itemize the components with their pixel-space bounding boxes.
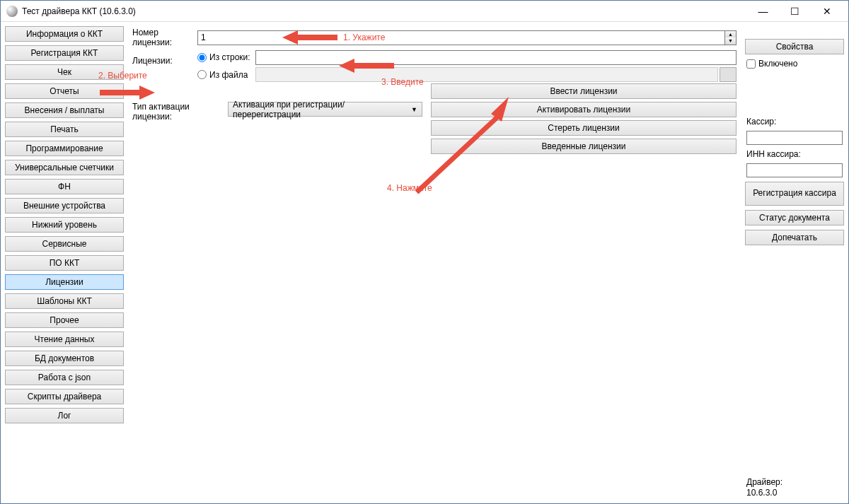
enabled-checkbox[interactable]: Включено <box>745 59 844 69</box>
enabled-checkbox-input[interactable] <box>746 59 756 69</box>
properties-button[interactable]: Свойства <box>745 39 844 54</box>
sidebar-item-19[interactable]: Скрипты драйвера <box>5 389 124 404</box>
activate-licenses-button[interactable]: Активировать лицензии <box>431 102 737 117</box>
sidebar-item-16[interactable]: Чтение данных <box>5 332 124 347</box>
erase-licenses-button[interactable]: Стереть лицензии <box>431 120 737 136</box>
sidebar-item-8[interactable]: ФН <box>5 179 124 194</box>
sidebar-item-20[interactable]: Лог <box>5 408 124 423</box>
license-file-row: Из файла <box>132 67 737 82</box>
license-file-input <box>255 67 718 82</box>
enabled-checkbox-label: Включено <box>758 59 797 69</box>
chevron-down-icon: ▼ <box>411 106 417 113</box>
actions-row: Тип активации лицензии: Активация при ре… <box>132 83 737 154</box>
window-controls: — ☐ ✕ <box>747 1 843 21</box>
sidebar-item-17[interactable]: БД документов <box>5 351 124 366</box>
from-file-radio[interactable]: Из файла <box>197 70 253 80</box>
license-number-input[interactable]: 1 <box>197 30 725 45</box>
driver-label: Драйвер: <box>746 477 843 488</box>
sidebar-item-11[interactable]: Сервисные <box>5 236 124 252</box>
sidebar-item-5[interactable]: Печать <box>5 122 124 137</box>
license-number-row: Номер лицензии: 1 ▲ ▼ <box>132 28 737 47</box>
annotation-4-text: 4. Нажмите <box>387 183 432 193</box>
right-panel: Свойства Включено Кассир: ИНН кассира: Р… <box>745 26 844 499</box>
cashier-input[interactable] <box>746 131 843 145</box>
activation-type-value: Активация при регистрации/перерегистраци… <box>233 100 411 119</box>
entered-licenses-button[interactable]: Введенные лицензии <box>431 139 737 154</box>
action-buttons: Ввести лицензии Активировать лицензии Ст… <box>431 83 737 154</box>
main-panel: Номер лицензии: 1 ▲ ▼ Лицензии: Из строк… <box>127 26 742 499</box>
browse-file-button[interactable] <box>720 67 737 82</box>
cashier-inn-input[interactable] <box>746 163 843 177</box>
sidebar-item-18[interactable]: Работа с json <box>5 370 124 385</box>
enter-licenses-button[interactable]: Ввести лицензии <box>431 83 737 99</box>
sidebar-item-10[interactable]: Нижний уровень <box>5 217 124 233</box>
cashier-label: Кассир: <box>745 117 844 127</box>
minimize-button[interactable]: — <box>747 1 779 21</box>
cashier-inn-label: ИНН кассира: <box>745 149 844 159</box>
sidebar-item-6[interactable]: Программирование <box>5 141 124 156</box>
from-file-radio-label: Из файла <box>209 70 248 80</box>
maximize-button[interactable]: ☐ <box>779 1 811 21</box>
activation-type-label: Тип активации лицензии: <box>132 102 228 122</box>
sidebar-item-13[interactable]: Лицензии <box>5 274 124 290</box>
sidebar-item-4[interactable]: Внесения / выплаты <box>5 102 124 118</box>
titlebar: Тест драйвера ККТ (10.6.3.0) — ☐ ✕ <box>1 1 848 22</box>
license-string-row: Лицензии: Из строки: <box>132 49 737 66</box>
license-number-value: 1 <box>201 33 206 42</box>
close-button[interactable]: ✕ <box>811 1 843 21</box>
licenses-label: Лицензии: <box>132 49 197 66</box>
sidebar-item-15[interactable]: Прочее <box>5 312 124 328</box>
spinner-up-icon[interactable]: ▲ <box>725 31 736 38</box>
from-string-radio-input[interactable] <box>197 53 207 62</box>
activation-type-combo[interactable]: Активация при регистрации/перерегистраци… <box>228 102 422 117</box>
sidebar-item-3[interactable]: Отчеты <box>5 83 124 99</box>
license-string-input[interactable] <box>255 50 737 65</box>
app-icon <box>6 6 18 17</box>
sidebar-item-2[interactable]: Чек <box>5 64 124 80</box>
sidebar-item-0[interactable]: Информация о ККТ <box>5 26 124 42</box>
reprint-button[interactable]: Допечатать <box>745 230 844 245</box>
from-file-radio-input[interactable] <box>197 70 207 79</box>
sidebar-item-7[interactable]: Универсальные счетчики <box>5 160 124 175</box>
from-string-radio[interactable]: Из строки: <box>197 52 253 62</box>
license-number-label: Номер лицензии: <box>132 28 197 47</box>
license-number-spinner[interactable]: ▲ ▼ <box>725 30 737 45</box>
driver-info: Драйвер: 10.6.3.0 <box>745 477 844 499</box>
from-string-radio-label: Из строки: <box>209 52 250 62</box>
document-status-button[interactable]: Статус документа <box>745 210 844 225</box>
driver-version: 10.6.3.0 <box>746 488 843 499</box>
register-cashier-button[interactable]: Регистрация кассира <box>745 182 844 206</box>
client-area: Информация о ККТРегистрация ККТЧекОтчеты… <box>1 22 848 503</box>
sidebar: Информация о ККТРегистрация ККТЧекОтчеты… <box>5 26 124 499</box>
sidebar-item-12[interactable]: ПО ККТ <box>5 255 124 271</box>
sidebar-item-14[interactable]: Шаблоны ККТ <box>5 293 124 309</box>
sidebar-item-9[interactable]: Внешние устройства <box>5 198 124 213</box>
app-window: Тест драйвера ККТ (10.6.3.0) — ☐ ✕ Инфор… <box>0 0 849 504</box>
window-title: Тест драйвера ККТ (10.6.3.0) <box>22 6 747 16</box>
sidebar-item-1[interactable]: Регистрация ККТ <box>5 45 124 61</box>
spinner-down-icon[interactable]: ▼ <box>725 37 736 45</box>
